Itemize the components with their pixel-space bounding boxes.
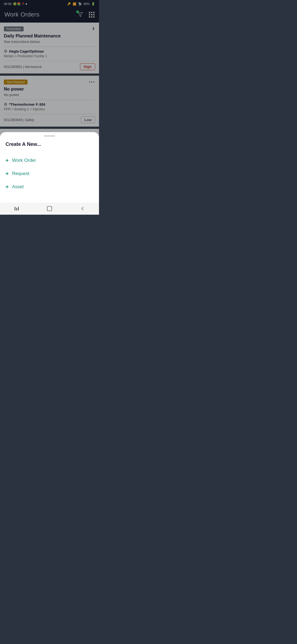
gear-icon: ⚙ <box>4 49 7 53</box>
filter-active-dot <box>76 10 79 13</box>
status-bar: 08:08 📍 🔑 📶 📡 80% 🔋 <box>0 0 99 8</box>
gear-icon: ⚙ <box>4 102 7 107</box>
card-tag-new-request: New Request <box>4 80 28 84</box>
card-asset-name: Hegla Cage/Optimax <box>9 49 44 53</box>
more-options-button[interactable]: ••• <box>89 80 95 84</box>
grid-dot <box>91 16 92 18</box>
status-right: 🔑 📶 📡 80% 🔋 <box>67 2 95 6</box>
card-asset-row: ⚙ Hegla Cage/Optimax <box>4 49 95 53</box>
plus-icon: + <box>6 158 9 163</box>
content-area: Preventive ⬇ Daily Planned Maintenance S… <box>0 23 99 141</box>
card-asset-name: *Thermoformer F-304 <box>9 102 45 107</box>
card-asset-location: Metals > Production Facility 1 <box>4 54 95 58</box>
card-description: See insturctions below. <box>4 40 95 44</box>
key-icon: 🔑 <box>67 2 71 6</box>
work-order-card[interactable]: New Request ••• No power No power ⚙ *The… <box>0 76 99 127</box>
grid-dot <box>89 16 90 18</box>
request-label: Request <box>12 171 29 176</box>
recent-apps-button[interactable] <box>11 204 22 213</box>
priority-badge-low: Low <box>81 116 95 123</box>
grid-menu-icon[interactable] <box>89 12 95 18</box>
card-header-row: New Request ••• <box>4 80 95 87</box>
wifi-icon: 📶 <box>73 2 76 6</box>
bottom-sheet: Create A New... + Work Order + Request +… <box>0 132 99 215</box>
status-left: 08:08 📍 <box>4 2 27 6</box>
card-divider <box>4 100 95 100</box>
card-header-row: Preventive ⬇ <box>4 26 95 34</box>
grid-dot <box>93 12 95 13</box>
nav-line <box>15 207 15 211</box>
card-asset-row: ⚙ *Thermoformer F-304 <box>4 102 95 107</box>
grid-dot <box>93 16 95 18</box>
grid-dot <box>91 12 92 13</box>
create-asset-button[interactable]: + Asset <box>6 180 94 193</box>
back-icon <box>79 206 86 212</box>
grid-dot <box>89 12 90 13</box>
card-divider <box>4 114 95 114</box>
plus-icon: + <box>6 171 9 176</box>
create-work-order-button[interactable]: + Work Order <box>6 154 94 167</box>
bottom-sheet-title: Create A New... <box>6 141 94 147</box>
card-work-order-id: 0012360849 | Safety <box>4 118 34 122</box>
nav-line <box>16 208 17 211</box>
nav-line <box>18 207 19 211</box>
plus-icon: + <box>6 184 9 190</box>
header-actions <box>76 10 95 19</box>
notification-dot <box>26 3 27 5</box>
work-order-card[interactable]: Preventive ⬇ Daily Planned Maintenance S… <box>0 23 99 73</box>
bottom-sheet-handle <box>44 135 55 137</box>
card-title: No power <box>4 87 95 92</box>
card-tag-preventive: Preventive <box>4 26 24 31</box>
card-work-order-id: 0012360851 | Mechanical <box>4 65 42 69</box>
android-icon <box>13 2 16 6</box>
bottom-navigation <box>0 203 99 215</box>
home-button[interactable] <box>44 204 55 213</box>
work-order-label: Work Order <box>12 158 36 163</box>
back-button[interactable] <box>77 204 88 213</box>
recent-apps-icon <box>15 207 19 211</box>
card-divider <box>4 47 95 47</box>
card-asset-location: PPR > Building 1 > Injection <box>4 107 95 111</box>
battery-icon: 🔋 <box>91 2 95 6</box>
page-title: Work Orders <box>4 11 40 18</box>
card-footer: 0012360849 | Safety Low <box>4 116 95 123</box>
signal-icon: 📡 <box>78 2 82 6</box>
home-icon <box>46 206 53 212</box>
card-description: No power <box>4 93 95 97</box>
priority-badge-high: High <box>80 63 95 70</box>
header: Work Orders <box>0 8 99 23</box>
status-icons: 📍 <box>13 2 27 6</box>
card-footer: 0012360851 | Mechanical High <box>4 63 95 70</box>
filter-button[interactable] <box>76 10 84 19</box>
grid-dot <box>89 14 90 15</box>
card-divider <box>4 61 95 61</box>
svg-rect-1 <box>47 206 52 211</box>
svg-marker-0 <box>78 13 83 17</box>
time: 08:08 <box>4 2 12 6</box>
asset-label: Asset <box>12 184 24 190</box>
battery-text: 80% <box>84 2 90 6</box>
grid-dot <box>91 14 92 15</box>
location-icon: 📍 <box>21 2 25 6</box>
card-title: Daily Planned Maintenance <box>4 34 95 39</box>
grid-dot <box>93 14 95 15</box>
create-request-button[interactable]: + Request <box>6 167 94 180</box>
download-icon[interactable]: ⬇ <box>92 26 95 31</box>
chrome-icon <box>17 2 21 6</box>
